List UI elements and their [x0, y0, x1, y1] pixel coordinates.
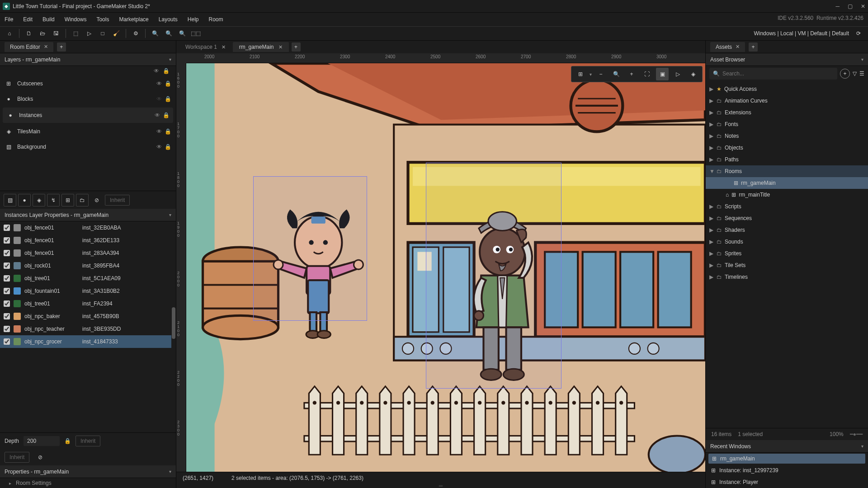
docking-icon[interactable]: ⬚⬚	[190, 28, 202, 39]
recent-window-item[interactable]: ⊞Instance: inst_12997239	[706, 465, 868, 476]
lock-icon[interactable]: 🔒	[64, 438, 71, 444]
tree-item[interactable]: ⊞rm_gameMain	[706, 177, 868, 189]
room-settings-label[interactable]: Room Settings	[16, 480, 52, 486]
instance-checkbox[interactable]	[4, 250, 10, 256]
instance-checkbox[interactable]	[4, 338, 10, 345]
close-icon[interactable]: ✕	[861, 3, 865, 9]
debug-icon[interactable]: ⬚	[70, 28, 81, 39]
layer-asset-icon[interactable]: ⊞	[61, 194, 74, 206]
lock-icon[interactable]: 🔒	[165, 80, 171, 87]
instance-row[interactable]: obj_fence01 inst_362DE133	[0, 234, 176, 247]
eye-icon[interactable]: 👁	[156, 96, 162, 102]
tab-workspace[interactable]: Workspace 1 ✕	[179, 42, 232, 52]
expand-icon[interactable]: ▶	[709, 274, 714, 280]
eye-icon[interactable]: 👁	[156, 144, 162, 150]
instance-checkbox[interactable]	[4, 225, 10, 231]
minimize-icon[interactable]: ─	[835, 3, 840, 9]
eye-icon[interactable]: 👁	[156, 80, 162, 87]
menu-room[interactable]: Room	[209, 16, 223, 23]
menu-marketplace[interactable]: Marketplace	[119, 16, 148, 23]
instance-row[interactable]: obj_rock01 inst_3895FBA4	[0, 259, 176, 272]
expand-icon[interactable]: ▼	[709, 168, 714, 174]
play-icon[interactable]: ▷	[671, 68, 684, 80]
menu-edit[interactable]: Edit	[23, 16, 33, 23]
layer-tile-icon[interactable]: ◈	[33, 194, 45, 206]
layers-header[interactable]: Layers - rm_gameMain ▾	[0, 53, 176, 66]
save-icon[interactable]: 🖫	[50, 28, 62, 39]
instance-checkbox[interactable]	[4, 275, 10, 282]
instance-row[interactable]: obj_fountain01 inst_3A31B0B2	[0, 285, 176, 297]
instance-checkbox[interactable]	[4, 263, 10, 269]
clean-icon[interactable]: 🧹	[110, 28, 122, 39]
expand-icon[interactable]: ▶	[709, 156, 714, 163]
expand-icon[interactable]: ▶	[709, 145, 714, 151]
layer-path-icon[interactable]: ↯	[47, 194, 60, 206]
instance-row[interactable]: obj_tree01 inst_5C1AEA09	[0, 272, 176, 285]
instance-checkbox[interactable]	[4, 288, 10, 294]
layer-row[interactable]: ◈ TilesMain 👁 🔒	[0, 124, 176, 139]
instance-checkbox[interactable]	[4, 237, 10, 244]
zoom-reset-icon[interactable]: 🔍	[163, 28, 175, 39]
search-input[interactable]: 🔍	[709, 68, 837, 80]
menu-file[interactable]: File	[5, 16, 13, 23]
layer-row[interactable]: ⊞ Cutscenes 👁 🔒	[0, 76, 176, 91]
add-tab-button[interactable]: +	[292, 42, 301, 52]
expand-icon[interactable]: ▶	[709, 86, 714, 92]
add-tab-button[interactable]: +	[749, 42, 758, 52]
expand-icon[interactable]: ▶	[709, 250, 714, 257]
stop-icon[interactable]: □	[97, 28, 108, 39]
select-mode-icon[interactable]: ▣	[656, 68, 669, 80]
tree-folder[interactable]: ▶🗀Tile Sets	[706, 259, 868, 271]
lock-icon[interactable]: 🔒	[163, 68, 170, 74]
asset-browser-header[interactable]: Asset Browser ▾	[706, 53, 868, 66]
expand-icon[interactable]: ▶	[709, 109, 714, 116]
depth-inherit-button[interactable]: Inherit	[75, 436, 100, 446]
new-project-icon[interactable]: 🗋	[23, 28, 35, 39]
tree-folder[interactable]: ▶🗀Sequences	[706, 212, 868, 224]
tree-folder[interactable]: ▼🗀Rooms	[706, 165, 868, 177]
eye-icon[interactable]: 👁	[155, 112, 160, 118]
layer-bg-icon[interactable]: ▧	[4, 194, 16, 206]
tree-folder[interactable]: ▶🗀Sounds	[706, 236, 868, 248]
inherit-button[interactable]: Inherit	[5, 452, 29, 463]
close-tab-icon[interactable]: ✕	[278, 44, 283, 50]
zoom-slider[interactable]: ━●━━	[850, 431, 863, 437]
instances-header[interactable]: Instances Layer Properties - rm_gameMain…	[0, 209, 176, 221]
lock-icon[interactable]: 🔒	[165, 128, 171, 135]
expand-icon[interactable]: ▶	[709, 227, 714, 233]
layer-delete-icon[interactable]: ⊘	[90, 194, 103, 206]
zoom-in-icon[interactable]: +	[625, 68, 638, 80]
grid-icon[interactable]: ⊞	[574, 68, 587, 80]
recent-window-item[interactable]: ⊞Instance: Player	[706, 476, 868, 488]
target-selector[interactable]: Windows | Local | VM | Default | Default	[754, 30, 849, 37]
close-tab-icon[interactable]: ✕	[44, 44, 48, 50]
menu-tools[interactable]: Tools	[96, 16, 109, 23]
tree-folder[interactable]: ▶🗀Notes	[706, 130, 868, 142]
expand-icon[interactable]: ▶	[709, 215, 714, 221]
eye-icon[interactable]: 👁	[156, 128, 162, 135]
close-tab-icon[interactable]: ✕	[736, 44, 740, 50]
depth-input[interactable]	[24, 436, 60, 446]
gamepad-icon[interactable]: ⚙	[130, 28, 142, 39]
zoom-reset-icon[interactable]: 🔍	[610, 68, 623, 80]
home-icon[interactable]: ⌂	[4, 28, 15, 39]
expand-icon[interactable]: ▶	[709, 203, 714, 210]
lock-icon[interactable]: 🔒	[165, 96, 171, 102]
add-tab-button[interactable]: +	[57, 42, 66, 52]
properties-header[interactable]: Properties - rm_gameMain ▾	[0, 465, 176, 478]
scroll-thumb[interactable]	[172, 307, 175, 339]
close-tab-icon[interactable]: ✕	[222, 44, 226, 50]
open-project-icon[interactable]: 🗁	[37, 28, 48, 39]
instance-row[interactable]: obj_npc_baker inst_4575B90B	[0, 310, 176, 323]
layers-icon[interactable]: ◈	[687, 68, 699, 80]
tab-room[interactable]: rm_gameMain ✕	[233, 42, 289, 52]
tree-folder[interactable]: ▶★Quick Access	[706, 83, 868, 95]
cancel-inherit-icon[interactable]: ⊘	[34, 451, 47, 464]
tab-assets[interactable]: Assets ✕	[710, 42, 745, 52]
scrollbar[interactable]	[171, 221, 176, 432]
instance-checkbox[interactable]	[4, 326, 10, 332]
tree-item[interactable]: ⌂⊞rm_mainTitle	[706, 189, 868, 201]
instance-checkbox[interactable]	[4, 300, 10, 307]
menu-layouts[interactable]: Layouts	[159, 16, 178, 23]
fullscreen-icon[interactable]: ⛶	[641, 68, 653, 80]
